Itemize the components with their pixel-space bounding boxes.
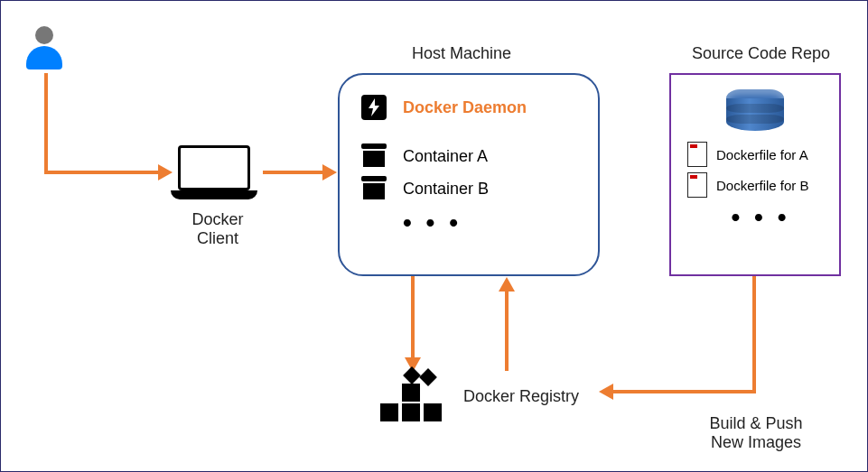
container-a-icon xyxy=(361,143,387,169)
arrow-client-to-host xyxy=(263,171,322,174)
diagram-frame: Docker Client Host Machine Docker Daemon… xyxy=(0,0,868,472)
arrow-host-to-registry xyxy=(411,276,415,357)
host-title: Host Machine xyxy=(412,44,511,63)
daemon-icon xyxy=(361,95,387,120)
repo-file-b-row: Dockerfile for B xyxy=(687,172,823,198)
svg-marker-0 xyxy=(369,98,379,116)
container-b-label: Container B xyxy=(403,180,489,199)
container-b-row: Container B xyxy=(356,176,582,201)
repo-ellipsis: • • • xyxy=(689,203,832,232)
repo-box: Dockerfile for A Dockerfile for B • • • xyxy=(669,73,841,276)
registry-icon xyxy=(380,369,443,423)
repo-title: Source Code Repo xyxy=(692,44,830,63)
arrow-registry-to-host xyxy=(505,290,509,371)
user-icon xyxy=(26,26,62,69)
arrow-segment-user-right xyxy=(44,171,158,174)
repo-file-a-label: Dockerfile for A xyxy=(716,147,808,162)
arrow-head-to-registry xyxy=(599,384,613,400)
arrow-head-registry-up xyxy=(499,277,515,292)
client-label-line2: Client xyxy=(173,229,263,248)
arrow-head-to-client xyxy=(158,164,173,180)
database-icon xyxy=(726,89,784,131)
host-box: Docker Daemon Container A Container B • … xyxy=(338,73,600,276)
repo-file-b-label: Dockerfile for B xyxy=(716,178,809,193)
host-ellipsis: • • • xyxy=(403,208,462,237)
build-push-label: Build & Push New Images xyxy=(684,414,828,452)
file-a-icon xyxy=(687,142,707,167)
host-ellipsis-row: • • • xyxy=(356,208,582,237)
host-daemon-row: Docker Daemon xyxy=(356,95,582,120)
container-a-label: Container A xyxy=(403,147,488,166)
daemon-label: Docker Daemon xyxy=(403,98,527,117)
container-b-icon xyxy=(361,176,387,201)
file-b-icon xyxy=(687,172,707,198)
arrow-head-to-host xyxy=(322,164,337,180)
build-push-line2: New Images xyxy=(684,433,828,452)
registry-label: Docker Registry xyxy=(463,387,579,406)
arrow-repo-left xyxy=(613,390,756,393)
repo-file-a-row: Dockerfile for A xyxy=(687,142,823,167)
arrow-repo-down xyxy=(752,276,756,393)
laptop-icon xyxy=(178,145,257,199)
build-push-line1: Build & Push xyxy=(684,414,828,433)
arrow-segment-user-down xyxy=(44,73,48,174)
client-label-line1: Docker xyxy=(173,210,263,229)
container-a-row: Container A xyxy=(356,143,582,169)
client-label: Docker Client xyxy=(173,210,263,248)
